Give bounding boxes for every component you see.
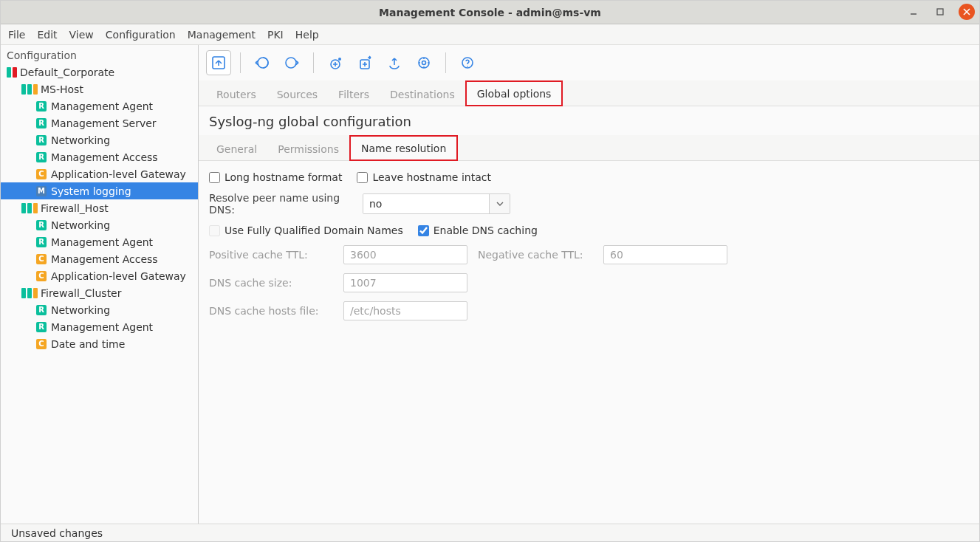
tree-item[interactable]: RManagement Server <box>1 114 198 131</box>
badge-R-icon: R <box>36 220 47 230</box>
badge-R-icon: R <box>36 322 47 332</box>
svg-point-13 <box>467 66 468 67</box>
sidebar-title: Configuration <box>1 45 198 64</box>
leave-hostname-checkbox[interactable]: Leave hostname intact <box>357 171 491 183</box>
badge-M-icon: M <box>36 186 47 196</box>
tree-item-label: Default_Corporate <box>20 66 114 78</box>
tree-item[interactable]: RManagement Agent <box>1 318 198 335</box>
new-destination-icon[interactable] <box>352 50 377 75</box>
menu-view[interactable]: View <box>69 29 94 41</box>
help-cycle-icon[interactable] <box>455 50 480 75</box>
tree-item[interactable]: RManagement Agent <box>1 233 198 250</box>
pos-ttl-input[interactable] <box>343 245 467 264</box>
badge-R-icon: R <box>36 135 47 145</box>
badge-C-icon: C <box>36 339 47 349</box>
long-hostname-checkbox[interactable]: Long hostname format <box>209 171 342 183</box>
section-tab-destinations[interactable]: Destinations <box>380 83 465 106</box>
separator-icon <box>240 52 241 73</box>
sub-tab-general[interactable]: General <box>206 137 267 160</box>
tree-item-label: Networking <box>51 304 110 316</box>
hosts-file-input[interactable] <box>343 301 467 320</box>
tree-item-label: MS-Host <box>41 83 83 95</box>
section-tab-global-options[interactable]: Global options <box>465 80 563 106</box>
use-fqdn-input <box>209 225 220 236</box>
hosts-file-label: DNS cache hosts file: <box>209 305 336 317</box>
tree-item[interactable]: MSystem logging <box>1 182 198 199</box>
neg-ttl-input[interactable] <box>603 245 727 264</box>
tree-item[interactable]: CApplication-level Gateway <box>1 165 198 182</box>
badge-R-icon: R <box>36 101 47 112</box>
enable-dns-cache-input[interactable] <box>418 225 429 236</box>
menubar: File Edit View Configuration Management … <box>1 24 979 45</box>
menu-pki[interactable]: PKI <box>267 29 284 41</box>
cache-size-label: DNS cache size: <box>209 277 336 289</box>
tree-item[interactable]: RManagement Access <box>1 148 198 165</box>
enable-dns-cache-checkbox[interactable]: Enable DNS caching <box>418 224 538 236</box>
badge-C-icon: C <box>36 254 47 264</box>
svg-point-10 <box>419 58 429 68</box>
svg-point-6 <box>286 58 296 68</box>
menu-file[interactable]: File <box>8 29 25 41</box>
upload-icon[interactable] <box>382 50 407 75</box>
close-button[interactable] <box>959 4 975 20</box>
menu-edit[interactable]: Edit <box>37 29 57 41</box>
subsection-tabs: GeneralPermissionsName resolution <box>199 135 979 161</box>
tree-item[interactable]: Firewall_Host <box>1 199 198 216</box>
section-tab-filters[interactable]: Filters <box>328 83 380 106</box>
long-hostname-input[interactable] <box>209 172 220 183</box>
minimize-button[interactable] <box>905 4 922 20</box>
svg-rect-1 <box>937 9 943 15</box>
tree-item[interactable]: CManagement Access <box>1 250 198 267</box>
neg-ttl-label: Negative cache TTL: <box>478 249 596 261</box>
config-tree[interactable]: Default_CorporateMS-HostRManagement Agen… <box>1 64 198 524</box>
cache-size-input[interactable] <box>343 273 467 292</box>
new-source-icon[interactable] <box>323 50 348 75</box>
section-tab-sources[interactable]: Sources <box>267 83 328 106</box>
menu-management[interactable]: Management <box>188 29 256 41</box>
pos-ttl-label: Positive cache TTL: <box>209 249 336 261</box>
window-controls <box>905 4 975 20</box>
tree-item[interactable]: Firewall_Cluster <box>1 284 198 301</box>
menu-configuration[interactable]: Configuration <box>106 29 176 41</box>
leave-hostname-label: Leave hostname intact <box>372 171 491 183</box>
tree-item-label: Management Access <box>51 151 158 163</box>
page-title: Syslog-ng global configuration <box>199 106 979 135</box>
status-text: Unsaved changes <box>11 527 103 539</box>
maximize-button[interactable] <box>932 4 948 20</box>
commit-icon[interactable] <box>250 50 275 75</box>
sub-tab-permissions[interactable]: Permissions <box>267 137 349 160</box>
tree-item[interactable]: RNetworking <box>1 216 198 233</box>
tree-item-label: Firewall_Host <box>41 202 109 214</box>
section-tabs: RoutersSourcesFiltersDestinationsGlobal … <box>199 80 979 106</box>
tree-item-label: Management Server <box>51 117 157 129</box>
tree-item[interactable]: CApplication-level Gateway <box>1 267 198 284</box>
up-level-icon[interactable] <box>206 50 231 75</box>
tree-item-label: System logging <box>51 185 131 197</box>
tree-item[interactable]: MS-Host <box>1 80 198 97</box>
tree-item[interactable]: RNetworking <box>1 131 198 148</box>
tree-item[interactable]: Default_Corporate <box>1 64 198 80</box>
section-tab-routers[interactable]: Routers <box>206 83 267 106</box>
leave-hostname-input[interactable] <box>357 172 368 183</box>
long-hostname-label: Long hostname format <box>225 171 342 183</box>
badge-C-icon: C <box>36 271 47 281</box>
revert-icon[interactable] <box>279 50 304 75</box>
window: Management Console - admin@ms-vm File Ed… <box>0 0 980 542</box>
tree-item-label: Management Access <box>51 253 158 265</box>
sub-tab-name-resolution[interactable]: Name resolution <box>349 135 458 161</box>
tree-item[interactable]: CDate and time <box>1 335 198 352</box>
tree-item-label: Networking <box>51 219 110 231</box>
use-fqdn-label: Use Fully Qualified Domain Names <box>225 224 403 236</box>
gear-cycle-icon[interactable] <box>411 50 436 75</box>
tree-item[interactable]: RManagement Agent <box>1 97 198 114</box>
toolbar <box>199 45 979 80</box>
window-title: Management Console - admin@ms-vm <box>1 7 979 18</box>
chevron-down-icon[interactable] <box>489 194 510 213</box>
badge-R-icon: R <box>36 305 47 315</box>
tree-item-label: Firewall_Cluster <box>41 287 121 299</box>
name-resolution-form: Long hostname format Leave hostname inta… <box>199 161 979 524</box>
menu-help[interactable]: Help <box>295 29 319 41</box>
tree-item[interactable]: RNetworking <box>1 301 198 318</box>
resolve-dns-combo[interactable]: no <box>363 193 510 214</box>
svg-point-8 <box>338 58 341 61</box>
